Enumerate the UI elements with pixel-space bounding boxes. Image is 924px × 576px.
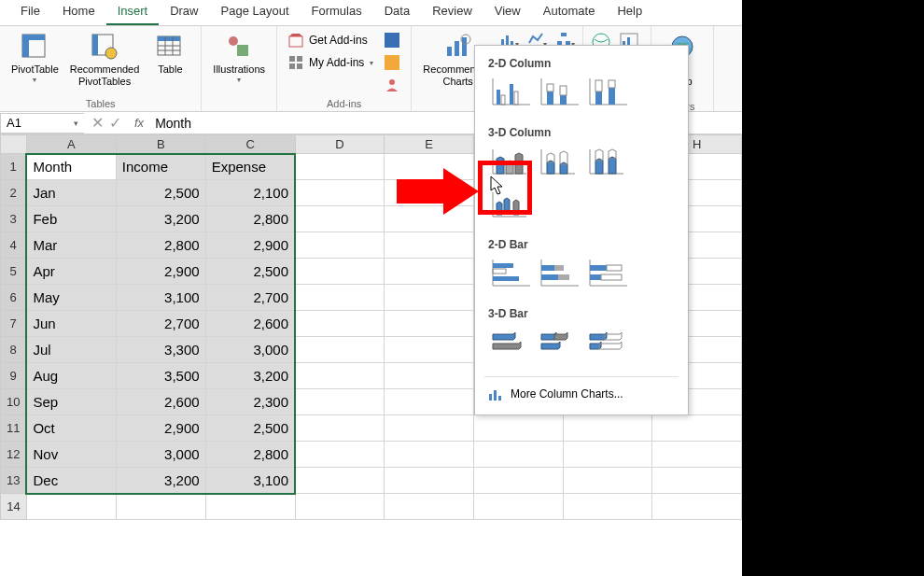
row-header-2[interactable]: 2	[1, 180, 27, 206]
cell-D12[interactable]	[295, 442, 385, 468]
row-header-8[interactable]: 8	[1, 337, 27, 363]
clustered-bar-3d[interactable]	[488, 326, 531, 363]
row-header-12[interactable]: 12	[1, 442, 27, 468]
cell-B3[interactable]: 3,200	[116, 206, 205, 232]
cell-D3[interactable]	[295, 206, 385, 232]
cell-E10[interactable]	[385, 389, 474, 415]
people-button[interactable]	[381, 75, 403, 95]
cell-B11[interactable]: 2,900	[116, 415, 205, 442]
tab-data[interactable]: Data	[373, 0, 421, 25]
cell-E1[interactable]	[385, 154, 474, 180]
my-addins-button[interactable]: My Add-ins ▾	[285, 52, 377, 73]
clustered-column-3d[interactable]	[488, 145, 531, 182]
cell-A3[interactable]: Feb	[26, 206, 116, 232]
cell-A13[interactable]: Dec	[26, 468, 116, 494]
row-header-10[interactable]: 10	[1, 389, 27, 415]
more-column-charts[interactable]: More Column Charts...	[475, 381, 688, 407]
cancel-icon[interactable]: ✕	[91, 114, 104, 132]
cell-D11[interactable]	[295, 415, 385, 442]
col-header-C[interactable]: C	[205, 135, 295, 154]
cell-H11[interactable]	[652, 415, 742, 442]
cell-B14[interactable]	[116, 494, 205, 520]
cell-D5[interactable]	[295, 259, 385, 285]
cell-D4[interactable]	[295, 232, 385, 259]
cell-B10[interactable]: 2,600	[116, 389, 205, 415]
name-box[interactable]: A1 ▾	[0, 113, 84, 133]
cell-C5[interactable]: 2,500	[205, 259, 295, 285]
tab-file[interactable]: File	[9, 0, 51, 25]
tab-draw[interactable]: Draw	[159, 0, 209, 25]
100-stacked-bar-3d[interactable]	[585, 326, 628, 363]
cell-A4[interactable]: Mar	[26, 232, 116, 259]
row-header-7[interactable]: 7	[1, 311, 27, 337]
illustrations-button[interactable]: Illustrations ▾	[209, 30, 269, 87]
cell-B9[interactable]: 3,500	[116, 363, 205, 389]
recommended-pivottables-button[interactable]: Recommended PivotTables	[66, 30, 144, 90]
tab-page-layout[interactable]: Page Layout	[210, 0, 301, 25]
row-header-5[interactable]: 5	[1, 259, 27, 285]
col-header-D[interactable]: D	[295, 135, 385, 154]
cell-C14[interactable]	[205, 494, 295, 520]
cell-F13[interactable]	[473, 468, 563, 494]
cell-D6[interactable]	[295, 285, 385, 311]
tab-home[interactable]: Home	[51, 0, 106, 25]
col-header-A[interactable]: A	[26, 135, 116, 154]
stacked-column-2d[interactable]	[537, 76, 580, 113]
cell-E5[interactable]	[385, 259, 474, 285]
cell-E9[interactable]	[385, 363, 474, 389]
cell-D2[interactable]	[295, 180, 385, 206]
cell-B13[interactable]: 3,200	[116, 468, 205, 494]
cell-E2[interactable]	[385, 180, 474, 206]
table-button[interactable]: Table	[147, 30, 193, 77]
3d-column[interactable]	[488, 188, 531, 225]
tab-help[interactable]: Help	[606, 0, 653, 25]
cell-B1[interactable]: Income	[116, 154, 205, 180]
cell-G13[interactable]	[563, 468, 652, 494]
cell-H13[interactable]	[652, 468, 742, 494]
cell-C10[interactable]: 2,300	[205, 389, 295, 415]
row-header-14[interactable]: 14	[1, 494, 27, 520]
cell-F11[interactable]	[473, 415, 563, 442]
cell-B4[interactable]: 2,800	[116, 232, 205, 259]
stacked-bar-2d[interactable]	[537, 257, 580, 294]
cell-E13[interactable]	[385, 468, 474, 494]
cell-C12[interactable]: 2,800	[205, 442, 295, 468]
cell-A1[interactable]: Month	[26, 154, 116, 180]
cell-E12[interactable]	[385, 442, 474, 468]
cell-C11[interactable]: 2,500	[205, 415, 295, 442]
cell-C9[interactable]: 3,200	[205, 363, 295, 389]
cell-G12[interactable]	[563, 442, 652, 468]
cell-G11[interactable]	[563, 415, 652, 442]
cell-C3[interactable]: 2,800	[205, 206, 295, 232]
row-header-13[interactable]: 13	[1, 468, 27, 494]
pivottable-button[interactable]: PivotTable ▾	[7, 30, 63, 87]
row-header-6[interactable]: 6	[1, 285, 27, 311]
cell-G14[interactable]	[563, 494, 652, 520]
100-stacked-bar-2d[interactable]	[585, 257, 628, 294]
row-header-3[interactable]: 3	[1, 206, 27, 232]
cell-B2[interactable]: 2,500	[116, 180, 205, 206]
row-header-11[interactable]: 11	[1, 415, 27, 442]
stacked-column-3d[interactable]	[537, 145, 580, 182]
cell-A14[interactable]	[26, 494, 116, 520]
cell-D10[interactable]	[295, 389, 385, 415]
cell-A10[interactable]: Sep	[26, 389, 116, 415]
cell-A2[interactable]: Jan	[26, 180, 116, 206]
cell-D1[interactable]	[295, 154, 385, 180]
cell-E14[interactable]	[385, 494, 474, 520]
tab-review[interactable]: Review	[421, 0, 483, 25]
cell-A12[interactable]: Nov	[26, 442, 116, 468]
clustered-column-2d[interactable]	[488, 76, 531, 113]
cell-A11[interactable]: Oct	[26, 415, 116, 442]
cell-A6[interactable]: May	[26, 285, 116, 311]
cell-E3[interactable]	[385, 206, 474, 232]
cell-H12[interactable]	[652, 442, 742, 468]
tab-view[interactable]: View	[483, 0, 532, 25]
cell-D13[interactable]	[295, 468, 385, 494]
cell-B5[interactable]: 2,900	[116, 259, 205, 285]
clustered-bar-2d[interactable]	[488, 257, 531, 294]
bing-button[interactable]	[381, 52, 403, 73]
stacked-bar-3d[interactable]	[537, 326, 580, 363]
cell-E6[interactable]	[385, 285, 474, 311]
cell-F14[interactable]	[473, 494, 563, 520]
